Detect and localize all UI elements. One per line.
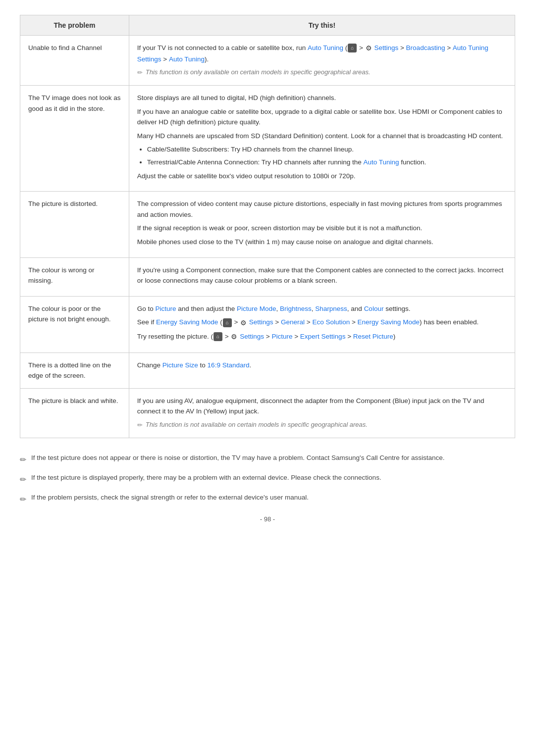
note-icon: ✏ (137, 68, 143, 78)
expert-settings-link[interactable]: Expert Settings (300, 333, 346, 340)
footer-note-text-2: If the test picture is displayed properl… (31, 473, 381, 483)
col-solution-header: Try this! (129, 15, 515, 36)
energy-saving-link[interactable]: Energy Saving Mode (358, 318, 420, 326)
footer-notes: ✏ If the test picture does not appear or… (20, 453, 515, 505)
auto-tuning-link3[interactable]: Auto Tuning (364, 158, 399, 166)
note-text: This function is only available on certa… (146, 67, 371, 78)
solution-cell: If your TV is not connected to a cable o… (129, 36, 515, 86)
eco-solution-link[interactable]: Eco Solution (312, 318, 350, 326)
sharpness-link[interactable]: Sharpness (315, 305, 347, 312)
solution-cell: The compression of video content may cau… (129, 192, 515, 257)
problem-cell: There is a dotted line on the edge of th… (20, 353, 129, 388)
table-row: There is a dotted line on the edge of th… (20, 353, 515, 388)
footer-note-3: ✏ If the problem persists, check the sig… (20, 493, 515, 505)
general-link[interactable]: General (281, 318, 305, 326)
solution-cell: If you are using AV, analogue equipment,… (129, 388, 515, 438)
problem-cell: The picture is black and white. (20, 388, 129, 438)
brightness-link[interactable]: Brightness (280, 305, 312, 312)
footer-note-2: ✏ If the test picture is displayed prope… (20, 473, 515, 486)
auto-tuning-link2[interactable]: Auto Tuning (169, 55, 205, 63)
problem-cell: The colour is wrong or missing. (20, 257, 129, 296)
settings-link2[interactable]: Settings (249, 318, 273, 326)
note-text2: This function is not available on certai… (146, 420, 368, 430)
footer-note-text-1: If the test picture does not appear or t… (31, 453, 445, 463)
col-problem-header: The problem (20, 15, 129, 36)
colour-link[interactable]: Colour (364, 305, 384, 312)
home-icon: ⌂ (348, 44, 357, 52)
table-row: Unable to find a Channel If your TV is n… (20, 36, 515, 86)
problem-cell: The colour is poor or the picture is not… (20, 296, 129, 353)
gear-icon2: ⚙ (240, 317, 247, 328)
reset-picture-link[interactable]: Reset Picture (353, 333, 393, 340)
problem-cell: The picture is distorted. (20, 192, 129, 257)
gear-icon3: ⚙ (231, 331, 237, 342)
solution-cell: Store displays are all tuned to digital,… (129, 86, 515, 192)
settings-link[interactable]: Settings (374, 44, 398, 51)
note-icon2: ✏ (137, 420, 143, 431)
troubleshooting-table: The problem Try this! Unable to find a C… (20, 15, 515, 438)
169-standard-link[interactable]: 16:9 Standard (208, 361, 250, 369)
list-item: Cable/Satellite Subscribers: Try HD chan… (147, 144, 507, 155)
footer-note-text-3: If the problem persists, check the signa… (31, 493, 309, 503)
picture-mode-link[interactable]: Picture Mode (237, 305, 276, 312)
pencil-icon-2: ✏ (20, 474, 26, 486)
solution-cell: Go to Picture and then adjust the Pictur… (129, 296, 515, 353)
home-icon3: ⌂ (214, 332, 222, 341)
settings-link3[interactable]: Settings (240, 333, 264, 340)
page-number: - 98 - (20, 515, 515, 523)
picture-link[interactable]: Picture (156, 305, 176, 312)
picture-link2[interactable]: Picture (271, 333, 292, 340)
footer-note-1: ✏ If the test picture does not appear or… (20, 453, 515, 466)
pencil-icon-1: ✏ (20, 454, 26, 466)
home-icon2: ⌂ (223, 318, 232, 327)
table-row: The picture is distorted. The compressio… (20, 192, 515, 257)
picture-size-link[interactable]: Picture Size (162, 361, 198, 369)
solution-cell: If you're using a Component connection, … (129, 257, 515, 296)
solution-list: Cable/Satellite Subscribers: Try HD chan… (147, 144, 507, 167)
table-row: The picture is black and white. If you a… (20, 388, 515, 438)
auto-tuning-link[interactable]: Auto Tuning (308, 44, 343, 51)
table-row: The TV image does not look as good as it… (20, 86, 515, 192)
table-row: The colour is poor or the picture is not… (20, 296, 515, 353)
problem-cell: Unable to find a Channel (20, 36, 129, 86)
broadcasting-link[interactable]: Broadcasting (406, 44, 445, 51)
problem-cell: The TV image does not look as good as it… (20, 86, 129, 192)
list-item: Terrestrial/Cable Antenna Connection: Tr… (147, 157, 507, 168)
solution-cell: Change Picture Size to 16:9 Standard. (129, 353, 515, 388)
energy-saving-mode-link[interactable]: Energy Saving Mode (156, 318, 218, 326)
table-row: The colour is wrong or missing. If you'r… (20, 257, 515, 296)
pencil-icon-3: ✏ (20, 494, 26, 505)
gear-icon: ⚙ (366, 43, 372, 53)
